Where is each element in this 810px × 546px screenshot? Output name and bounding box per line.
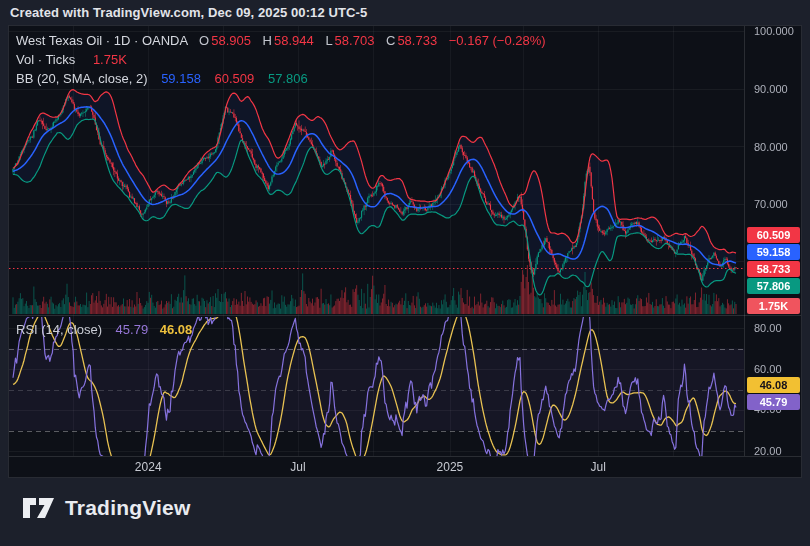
bb-upper-value: 60.509 <box>215 71 255 86</box>
bb-lower-value: 57.806 <box>268 71 308 86</box>
rsi-badge: 45.79 <box>747 394 800 410</box>
time-label-jul24: Jul <box>290 457 305 478</box>
price-tick-80: 80.000 <box>754 141 788 153</box>
volume-row: Vol · Ticks 1.75K <box>16 50 546 69</box>
screenshot-root: Created with TradingView.com, Dec 09, 20… <box>0 0 810 546</box>
bb-upper-badge: 60.509 <box>747 227 800 243</box>
price-tick-70: 70.000 <box>754 198 788 210</box>
time-axis[interactable]: 2024 Jul 2025 Jul <box>9 456 801 477</box>
attribution-bar: Created with TradingView.com, Dec 09, 20… <box>0 0 810 25</box>
rsi-label[interactable]: RSI (14, close) <box>16 322 102 337</box>
ohlc-high: H58.944 <box>263 33 314 48</box>
price-axis[interactable]: 100.000 90.000 80.000 70.000 60.509 59.1… <box>744 26 801 456</box>
rsi-tick-60: 60.00 <box>754 363 782 375</box>
ohlc-close: C58.733 <box>386 33 437 48</box>
price-tick-100: 100.000 <box>754 25 794 37</box>
bb-row: BB (20, SMA, close, 2) 59.158 60.509 57.… <box>16 69 546 88</box>
symbol-title[interactable]: West Texas Oil · 1D · OANDA <box>16 33 187 48</box>
symbol-row: West Texas Oil · 1D · OANDA O58.905 H58.… <box>16 31 546 50</box>
ohlc-low: L58.703 <box>325 33 374 48</box>
change-value: −0.167 (−0.28%) <box>449 33 546 48</box>
volume-badge: 1.75K <box>747 298 800 314</box>
bb-basis-badge: 59.158 <box>747 244 800 260</box>
bb-lower-badge: 57.806 <box>747 278 800 294</box>
attribution-text: Created with TradingView.com, Dec 09, 20… <box>10 5 367 20</box>
price-tick-90: 90.000 <box>754 83 788 95</box>
rsi-ma-badge: 46.08 <box>747 377 800 393</box>
chart-widget: West Texas Oil · 1D · OANDA O58.905 H58.… <box>8 25 802 478</box>
chart-plot[interactable] <box>9 26 744 456</box>
rsi-value: 45.79 <box>116 322 149 337</box>
tradingview-logo-icon <box>22 495 56 521</box>
bb-basis-value: 59.158 <box>161 71 201 86</box>
time-label-2025: 2025 <box>437 457 464 478</box>
tradingview-logo[interactable]: TradingView <box>22 495 191 521</box>
rsi-ma-value: 46.08 <box>160 322 193 337</box>
tradingview-logo-text: TradingView <box>65 496 191 520</box>
rsi-tick-80: 80.00 <box>754 322 782 334</box>
symbol-legend: West Texas Oil · 1D · OANDA O58.905 H58.… <box>16 31 546 88</box>
volume-value: 1.75K <box>93 52 127 67</box>
last-price-badge: 58.733 <box>747 261 800 277</box>
bb-label[interactable]: BB (20, SMA, close, 2) <box>16 71 148 86</box>
time-label-2024: 2024 <box>135 457 162 478</box>
volume-label[interactable]: Vol · Ticks <box>16 52 75 67</box>
time-label-jul25: Jul <box>591 457 606 478</box>
pane-separator[interactable] <box>9 315 801 316</box>
rsi-legend: RSI (14, close) 45.79 46.08 <box>16 321 192 339</box>
ohlc-open: O58.905 <box>199 33 251 48</box>
